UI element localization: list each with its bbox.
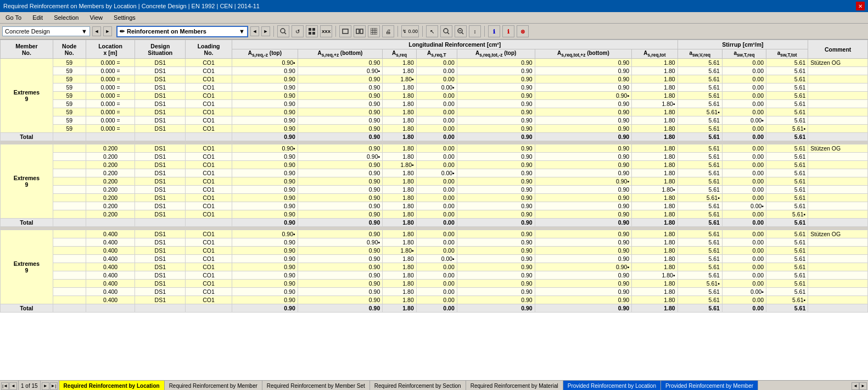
table-cell: 0.00 xyxy=(722,59,766,67)
table-cell: 0.90 xyxy=(457,169,535,177)
info2-button[interactable]: ℹ xyxy=(502,25,514,37)
table-cell: 0.000 = xyxy=(86,108,135,116)
col-as-top-req: As,req,-z (top) xyxy=(232,49,298,59)
table-cell: 0.90 xyxy=(535,202,632,210)
table-cell xyxy=(808,247,868,255)
print-button[interactable]: 🖨 xyxy=(382,25,394,37)
table-cell: 0.90 xyxy=(457,144,535,153)
tab-req-by-member-set[interactable]: Required Reinforcement by Member Set xyxy=(262,381,370,390)
rect1-button[interactable] xyxy=(339,25,351,37)
xxx-button[interactable]: XXX xyxy=(320,25,332,37)
total-cell: 5.61 xyxy=(766,304,808,313)
view-chevron-icon: ▼ xyxy=(239,28,245,35)
tab-req-by-material[interactable]: Required Reinforcement by Material xyxy=(466,381,563,390)
svg-rect-5 xyxy=(312,32,315,35)
tab-req-by-section[interactable]: Required Reinforcement by Section xyxy=(370,381,466,390)
menu-view[interactable]: View xyxy=(86,13,106,22)
tab-prov-by-location[interactable]: Provided Reinforcement by Location xyxy=(563,381,661,390)
table-cell xyxy=(808,194,868,202)
cursor-button[interactable]: ↖ xyxy=(426,25,438,37)
tab-last-button[interactable]: ►| xyxy=(50,382,58,390)
next-module-button[interactable]: ► xyxy=(103,26,112,36)
prev-module-button[interactable]: ◄ xyxy=(92,26,101,36)
table-cell: 0.000 = xyxy=(86,83,135,92)
svg-rect-2 xyxy=(309,28,311,31)
table-cell: 1.80▪ xyxy=(383,247,416,255)
table-cell: Stützen OG xyxy=(808,59,868,67)
menu-settings[interactable]: Settings xyxy=(110,13,139,22)
total-cell: 0.00 xyxy=(416,133,457,141)
close-button[interactable]: ✕ xyxy=(856,2,865,10)
tab-scroll-left[interactable]: ◄ xyxy=(852,382,859,390)
menu-goto[interactable]: Go To xyxy=(2,13,25,22)
table-row: 590.000 =DS1CO10.900.901.80▪0.000.900.90… xyxy=(1,75,868,83)
total-cell xyxy=(135,219,186,227)
col-group-stirrup: Stirrup [cm²/m] xyxy=(677,40,808,49)
menu-selection[interactable]: Selection xyxy=(51,13,82,22)
tab-scroll-right[interactable]: ► xyxy=(859,382,867,390)
rect2-button[interactable] xyxy=(354,25,366,37)
tab-nav: |◄ ◄ xyxy=(0,381,19,390)
magnify-button[interactable] xyxy=(440,25,452,37)
main-table-container[interactable]: MemberNo. NodeNo. Locationx [m] DesignSi… xyxy=(0,40,868,380)
zoom-button[interactable] xyxy=(455,25,467,37)
table-cell xyxy=(808,186,868,194)
table-cell: 0.90 xyxy=(232,280,298,288)
menu-edit[interactable]: Edit xyxy=(29,13,46,22)
info1-button[interactable]: ℹ xyxy=(488,25,500,37)
total-cell: 0.00 xyxy=(416,304,457,313)
table-cell: 0.400 xyxy=(86,280,135,288)
table-cell: 0.90 xyxy=(535,271,632,280)
search-button[interactable] xyxy=(277,25,289,37)
table-cell: DS1 xyxy=(135,144,186,153)
tab-prev-button[interactable]: ◄ xyxy=(9,382,17,390)
table-cell: 1.80 xyxy=(632,83,678,92)
table-cell: 0.00 xyxy=(416,161,457,169)
table-cell: CO1 xyxy=(186,169,232,177)
table-cell xyxy=(53,169,86,177)
tab-first-button[interactable]: |◄ xyxy=(1,382,9,390)
table-cell: 0.90▪ xyxy=(232,144,298,153)
updown-button[interactable]: ↕ xyxy=(469,25,481,37)
table-cell: 0.90 xyxy=(535,296,632,304)
view-dropdown[interactable]: ✏ Reinforcement on Members ▼ xyxy=(116,26,248,37)
grid-button[interactable] xyxy=(306,25,318,37)
table-cell: 1.80▪ xyxy=(632,186,678,194)
table-cell: 5.61▪ xyxy=(766,125,808,133)
table-cell xyxy=(808,125,868,133)
table-cell xyxy=(53,186,86,194)
table-cell: 0.00 xyxy=(416,230,457,238)
table-cell: 0.400 xyxy=(86,271,135,280)
next-view-button[interactable]: ► xyxy=(261,26,270,36)
table-cell: DS1 xyxy=(135,177,186,186)
tab-req-by-location[interactable]: Required Reinforcement by Location xyxy=(59,381,165,390)
table-cell: 0.90 xyxy=(457,75,535,83)
table-cell: 0.90 xyxy=(535,125,632,133)
table-cell: CO1 xyxy=(186,100,232,108)
table-row: 0.200DS1CO10.900.901.800.000.900.901.805… xyxy=(1,202,868,210)
total-cell: 0.90 xyxy=(232,304,298,313)
search-icon xyxy=(280,28,287,35)
module-dropdown[interactable]: Concrete Design ▼ xyxy=(2,26,90,36)
table-button[interactable] xyxy=(368,25,380,37)
table-cell: 0.90▪ xyxy=(298,153,383,161)
tab-req-by-member[interactable]: Required Reinforcement by Member xyxy=(165,381,262,390)
value-button[interactable]: ↯ 0.00 xyxy=(401,25,419,37)
prev-view-button[interactable]: ◄ xyxy=(250,26,259,36)
refresh-button[interactable]: ↺ xyxy=(292,25,304,37)
total-cell: 5.61 xyxy=(677,133,722,141)
table-cell: 0.90 xyxy=(457,255,535,263)
table-cell: 5.61 xyxy=(766,100,808,108)
tab-prov-by-member[interactable]: Provided Reinforcement by Member xyxy=(661,381,758,390)
table-cell: 5.61 xyxy=(766,169,808,177)
tab-next-button[interactable]: ► xyxy=(42,382,49,390)
table-cell: CO1 xyxy=(186,202,232,210)
svg-line-1 xyxy=(284,32,286,34)
tab-nav-2: ► ►| xyxy=(40,381,59,390)
total-cell: Total xyxy=(1,133,53,141)
total-cell: 5.61 xyxy=(677,304,722,313)
col-loading-no: LoadingNo. xyxy=(186,40,232,59)
table-cell: 0.90 xyxy=(535,75,632,83)
close2-button[interactable]: ⊗ xyxy=(517,25,529,37)
chevron-down-icon: ▼ xyxy=(81,28,87,35)
